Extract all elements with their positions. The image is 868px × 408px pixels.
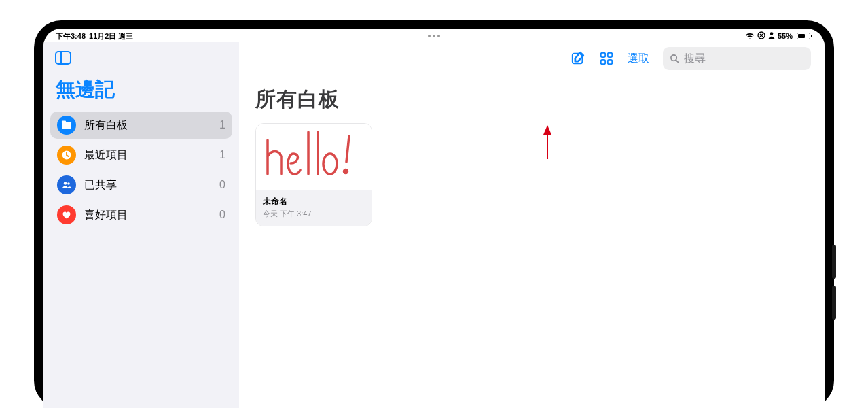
battery-icon <box>795 33 812 39</box>
folder-icon <box>57 116 76 135</box>
svg-rect-14 <box>608 60 612 64</box>
ipad-frame: 下午3:48 11月2日 週三 55% <box>34 20 834 408</box>
multitask-indicator[interactable] <box>428 35 440 37</box>
svg-point-18 <box>344 170 348 173</box>
sidebar-item-label: 最近項目 <box>84 148 219 163</box>
svg-rect-13 <box>601 60 605 64</box>
main-area: 選取 搜尋 所有白板 <box>239 42 825 408</box>
grid-icon <box>599 51 614 66</box>
new-board-button[interactable] <box>571 51 585 66</box>
view-mode-button[interactable] <box>599 51 614 66</box>
svg-rect-2 <box>56 52 71 64</box>
status-bar: 下午3:48 11月2日 週三 55% <box>43 29 825 42</box>
compose-icon <box>571 51 585 66</box>
app-title: 無邊記 <box>43 71 239 112</box>
sidebar-item-recent[interactable]: 最近項目 1 <box>50 141 232 169</box>
svg-rect-11 <box>601 53 605 57</box>
sidebar: 無邊記 所有白板 1 最近項目 1 <box>43 42 239 408</box>
svg-point-17 <box>323 154 337 174</box>
sidebar-item-count: 1 <box>219 149 225 161</box>
board-thumbnail <box>256 124 372 190</box>
sidebar-item-label: 已共享 <box>84 178 219 192</box>
svg-rect-12 <box>608 53 612 57</box>
wifi-icon <box>745 32 755 41</box>
screen: 下午3:48 11月2日 週三 55% <box>43 29 825 408</box>
board-card[interactable]: 未命名 今天 下午 3:47 <box>255 123 372 226</box>
board-grid: 未命名 今天 下午 3:47 <box>239 123 825 226</box>
sidebar-item-count: 0 <box>219 179 225 191</box>
search-placeholder: 搜尋 <box>684 52 706 66</box>
people-icon <box>57 175 76 194</box>
board-date: 今天 下午 3:47 <box>263 209 365 219</box>
handwriting-hello <box>259 126 368 188</box>
status-date: 11月2日 週三 <box>89 31 133 41</box>
battery-pct-label: 55% <box>778 32 793 40</box>
svg-line-16 <box>676 60 679 63</box>
sidebar-item-all-boards[interactable]: 所有白板 1 <box>50 112 232 139</box>
board-meta: 未命名 今天 下午 3:47 <box>256 190 372 226</box>
board-title: 未命名 <box>263 196 365 207</box>
status-time: 下午3:48 <box>56 31 86 41</box>
sidebar-item-count: 0 <box>219 209 225 221</box>
sidebar-item-label: 所有白板 <box>84 118 219 133</box>
app-container: 無邊記 所有白板 1 最近項目 1 <box>43 42 825 408</box>
sidebar-item-favorites[interactable]: 喜好項目 0 <box>50 201 232 228</box>
svg-point-8 <box>64 182 67 184</box>
svg-point-1 <box>770 32 774 35</box>
sidebar-item-label: 喜好項目 <box>84 208 219 222</box>
sidebar-item-shared[interactable]: 已共享 0 <box>50 171 232 199</box>
sidebar-toggle-icon <box>55 51 71 65</box>
sidebar-item-count: 1 <box>219 119 225 131</box>
clock-icon <box>57 146 76 165</box>
search-icon <box>670 54 680 64</box>
svg-rect-5 <box>62 121 66 123</box>
user-icon <box>768 31 775 41</box>
page-title: 所有白板 <box>239 72 825 123</box>
heart-icon <box>57 205 76 224</box>
sidebar-toggle-button[interactable] <box>54 50 72 65</box>
toolbar: 選取 搜尋 <box>239 42 825 72</box>
select-button-label: 選取 <box>628 52 649 66</box>
select-button[interactable]: 選取 <box>628 52 649 66</box>
dnd-icon <box>757 31 765 41</box>
search-input[interactable]: 搜尋 <box>663 47 811 70</box>
svg-point-9 <box>67 182 70 185</box>
